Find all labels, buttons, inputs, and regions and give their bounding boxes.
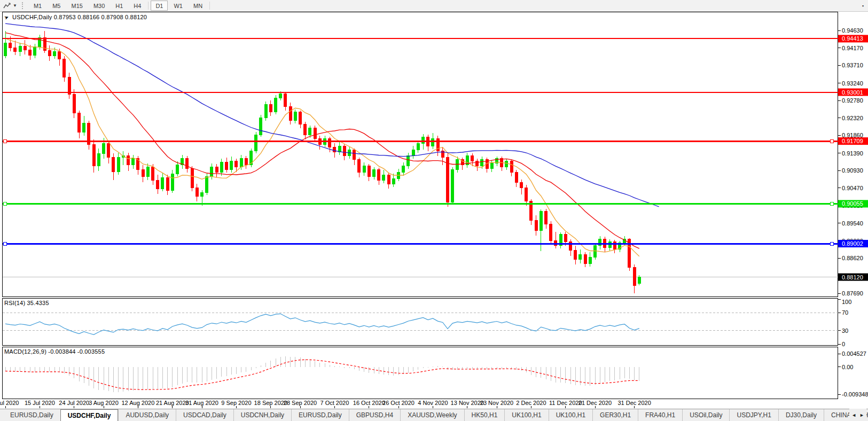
tab-usdcad-daily-3[interactable]: USDCAD,Daily bbox=[176, 409, 233, 421]
svg-text:13 Nov 2020: 13 Nov 2020 bbox=[451, 400, 484, 406]
svg-text:31 Aug 2020: 31 Aug 2020 bbox=[185, 400, 218, 406]
mt4-terminal: { "toolbar": { "timeframes": ["M1","M5",… bbox=[0, 0, 868, 421]
svg-text:2 Dec 2020: 2 Dec 2020 bbox=[516, 400, 546, 406]
tab-usdjpy-h1-14[interactable]: USDJPY,H1 bbox=[729, 409, 778, 421]
tab-uk100-h1-10[interactable]: UK100,H1 bbox=[549, 409, 592, 421]
tab-scroll-right-icon[interactable]: ► bbox=[859, 412, 864, 418]
svg-text:18 Sep 2020: 18 Sep 2020 bbox=[254, 400, 287, 406]
tab-uk100-h1-9[interactable]: UK100,H1 bbox=[504, 409, 548, 421]
svg-text:21 Aug 2020: 21 Aug 2020 bbox=[156, 400, 189, 406]
macd-indicator-label: MACD(12,26,9) -0.003844 -0.003555 bbox=[4, 348, 105, 355]
macd-pane: 0.0045270.00-0.009348 bbox=[838, 350, 868, 397]
toolbar-overflow-icon[interactable]: ▪ bbox=[862, 3, 864, 9]
pane-frames bbox=[3, 12, 838, 399]
tab-fra40-h1-12[interactable]: FRA40,H1 bbox=[638, 409, 682, 421]
svg-text:9 Sep 2020: 9 Sep 2020 bbox=[221, 400, 251, 406]
timeframe-button-w1[interactable]: W1 bbox=[169, 1, 187, 11]
svg-text:0.94413: 0.94413 bbox=[842, 35, 863, 42]
chevron-down-icon: ▼ bbox=[13, 3, 17, 8]
svg-text:0.89002: 0.89002 bbox=[842, 240, 863, 247]
price-scale[interactable]: 0.946300.941700.937100.932400.927800.923… bbox=[838, 27, 863, 297]
svg-text:24 Jul 2020: 24 Jul 2020 bbox=[59, 400, 89, 406]
svg-text:0.93710: 0.93710 bbox=[842, 62, 863, 68]
timeframe-button-h4[interactable]: H4 bbox=[129, 1, 146, 11]
svg-text:0.004527: 0.004527 bbox=[842, 350, 866, 357]
svg-text:4 Nov 2020: 4 Nov 2020 bbox=[418, 400, 448, 406]
svg-text:30: 30 bbox=[842, 328, 848, 334]
tab-eurusd-daily-0[interactable]: EURUSD,Daily bbox=[3, 409, 60, 421]
svg-text:0.91709: 0.91709 bbox=[842, 138, 863, 144]
svg-text:0.93240: 0.93240 bbox=[842, 80, 863, 87]
svg-text:16 Oct 2020: 16 Oct 2020 bbox=[353, 400, 385, 406]
toolbar-grip-handle[interactable] bbox=[22, 2, 25, 9]
timeframe-button-m1[interactable]: M1 bbox=[29, 1, 46, 11]
svg-text:100: 100 bbox=[842, 299, 851, 305]
svg-text:0: 0 bbox=[842, 341, 845, 347]
svg-text:0.88620: 0.88620 bbox=[842, 255, 863, 261]
tab-audusd-daily-2[interactable]: AUDUSD,Daily bbox=[118, 409, 176, 421]
tab-hk50-h1-8[interactable]: HK50,H1 bbox=[464, 409, 505, 421]
svg-text:15 Jul 2020: 15 Jul 2020 bbox=[25, 400, 55, 406]
svg-text:0.00: 0.00 bbox=[842, 364, 853, 370]
chart-canvas[interactable]: 0.946300.941700.937100.932400.927800.923… bbox=[0, 0, 868, 409]
svg-text:0.90930: 0.90930 bbox=[842, 167, 863, 174]
svg-text:7 Oct 2020: 7 Oct 2020 bbox=[320, 400, 349, 406]
timeframe-button-d1[interactable]: D1 bbox=[151, 1, 168, 11]
svg-text:0.88120: 0.88120 bbox=[842, 274, 863, 280]
svg-text:26 Oct 2020: 26 Oct 2020 bbox=[382, 400, 415, 406]
svg-text:0.91390: 0.91390 bbox=[842, 150, 863, 157]
timeframe-button-h1[interactable]: H1 bbox=[111, 1, 128, 11]
svg-text:28 Sep 2020: 28 Sep 2020 bbox=[284, 400, 317, 406]
timeframe-button-m15[interactable]: M15 bbox=[66, 1, 87, 11]
svg-text:0.94170: 0.94170 bbox=[842, 45, 863, 51]
tab-ger30-h1-11[interactable]: GER30,H1 bbox=[592, 409, 638, 421]
svg-text:21 Dec 2020: 21 Dec 2020 bbox=[578, 400, 612, 406]
svg-text:0.93001: 0.93001 bbox=[842, 89, 863, 96]
timeframe-button-m5[interactable]: M5 bbox=[48, 1, 65, 11]
timeframe-buttons: M1M5M15M30H1H4D1W1MN bbox=[28, 0, 212, 11]
timeframe-toolbar: ▼ M1M5M15M30H1H4D1W1MN ▪ bbox=[0, 0, 868, 12]
timeframe-button-mn[interactable]: MN bbox=[189, 1, 207, 11]
toolbar-separator bbox=[209, 2, 210, 10]
tab-usoil-daily-13[interactable]: USOil,Daily bbox=[682, 409, 729, 421]
rsi-indicator-label: RSI(14) 35.4335 bbox=[4, 300, 49, 306]
tab-dj30-daily-15[interactable]: DJ30,Daily bbox=[778, 409, 824, 421]
svg-text:0.92320: 0.92320 bbox=[842, 115, 863, 121]
toolbar-separator bbox=[148, 2, 148, 10]
svg-text:12 Aug 2020: 12 Aug 2020 bbox=[122, 400, 155, 406]
chart-tool-button[interactable]: ▼ bbox=[0, 0, 19, 11]
svg-text:70: 70 bbox=[842, 309, 848, 316]
svg-text:0.90470: 0.90470 bbox=[842, 185, 863, 191]
date-axis[interactable]: 6 Jul 202015 Jul 202024 Jul 20203 Aug 20… bbox=[0, 400, 651, 408]
svg-text:3 Aug 2020: 3 Aug 2020 bbox=[89, 400, 119, 406]
svg-text:23 Nov 2020: 23 Nov 2020 bbox=[480, 400, 513, 406]
price-label-boxes: 0.944130.930010.917090.900550.890020.881… bbox=[838, 35, 868, 280]
chart-line-tool-icon bbox=[3, 2, 12, 10]
chart-tab-bar: EURUSD,DailyUSDCHF,DailyAUDUSD,DailyUSDC… bbox=[0, 409, 868, 421]
svg-text:0.89540: 0.89540 bbox=[842, 220, 863, 227]
svg-text:11 Dec 2020: 11 Dec 2020 bbox=[549, 400, 582, 406]
tab-usdcnh-daily-4[interactable]: USDCNH,Daily bbox=[233, 409, 291, 421]
svg-text:0.87690: 0.87690 bbox=[842, 290, 863, 297]
svg-text:6 Jul 2020: 6 Jul 2020 bbox=[0, 400, 19, 406]
svg-text:31 Dec 2020: 31 Dec 2020 bbox=[617, 400, 651, 406]
tab-gbpusd-h4-6[interactable]: GBPUSD,H4 bbox=[349, 409, 400, 421]
tab-xauusd-weekly-7[interactable]: XAUUSD,Weekly bbox=[400, 409, 464, 421]
svg-text:0.92780: 0.92780 bbox=[842, 97, 863, 104]
tab-eurusd-daily-5[interactable]: EURUSD,Daily bbox=[291, 409, 349, 421]
tab-usdchf-daily-1[interactable]: USDCHF,Daily bbox=[60, 409, 119, 421]
tab-scroll-arrows: ◄ ► bbox=[849, 409, 866, 421]
tab-scroll-left-icon[interactable]: ◄ bbox=[851, 412, 856, 418]
svg-text:0.94630: 0.94630 bbox=[842, 27, 863, 34]
svg-text:0.90055: 0.90055 bbox=[842, 200, 863, 207]
chart-title-ohlc: USDCHF,Daily 0.87953 0.88166 0.87908 0.8… bbox=[12, 14, 147, 20]
svg-text:-0.009348: -0.009348 bbox=[842, 391, 868, 397]
timeframe-button-m30[interactable]: M30 bbox=[89, 1, 110, 11]
